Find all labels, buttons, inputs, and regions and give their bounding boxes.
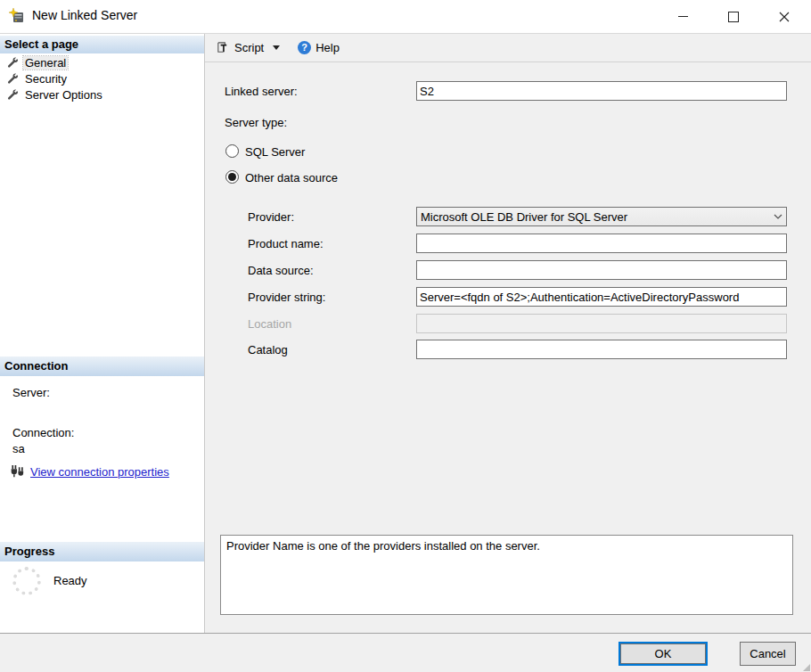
help-icon: ?	[298, 41, 311, 54]
chevron-down-icon	[774, 214, 782, 219]
sidebar-item-general[interactable]: General	[0, 54, 204, 70]
title-bar: New Linked Server	[0, 0, 811, 34]
provider-label: Provider:	[248, 210, 294, 224]
provider-dropdown[interactable]: Microsoft OLE DB Driver for SQL Server	[416, 207, 787, 226]
connection-value: sa	[12, 442, 25, 455]
wrench-icon	[7, 73, 19, 85]
connection-label: Connection:	[12, 426, 74, 439]
server-type-label: Server type:	[225, 116, 287, 129]
main-panel: Script ? Help Linked server: Server type…	[205, 34, 811, 633]
provider-selected-value: Microsoft OLE DB Driver for SQL Server	[421, 210, 627, 224]
connection-properties-icon	[9, 464, 24, 479]
resize-grip[interactable]	[803, 664, 810, 671]
sidebar-item-server-options[interactable]: Server Options	[0, 86, 204, 102]
server-label: Server:	[12, 386, 50, 399]
radio-sql-server[interactable]	[225, 144, 239, 158]
sidebar: Select a page General Security Server Op…	[0, 34, 205, 633]
toolbar: Script ? Help	[205, 34, 811, 62]
close-button[interactable]	[764, 0, 805, 33]
catalog-label: Catalog	[248, 343, 288, 356]
close-icon	[779, 12, 790, 22]
help-label: Help	[315, 41, 340, 54]
product-name-input[interactable]	[416, 234, 787, 253]
window-title: New Linked Server	[32, 8, 137, 22]
cancel-button[interactable]: Cancel	[740, 642, 796, 666]
minimize-icon	[678, 16, 688, 17]
location-label: Location	[248, 317, 291, 331]
maximize-button[interactable]	[713, 0, 754, 33]
script-dropdown-icon[interactable]	[273, 45, 280, 50]
provider-string-label: Provider string:	[248, 291, 325, 304]
progress-spinner-icon	[12, 567, 41, 595]
script-icon	[216, 41, 229, 54]
radio-other-data-source-label: Other data source	[245, 171, 338, 184]
product-name-label: Product name:	[248, 237, 324, 250]
radio-sql-server-label: SQL Server	[245, 145, 305, 159]
wrench-icon	[7, 57, 19, 69]
script-label: Script	[234, 41, 264, 54]
select-a-page-header: Select a page	[0, 36, 204, 53]
maximize-icon	[728, 12, 739, 22]
radio-other-data-source[interactable]	[225, 170, 239, 184]
sidebar-item-label: Server Options	[23, 88, 104, 102]
ok-button[interactable]: OK	[618, 642, 708, 666]
new-linked-server-icon	[9, 8, 25, 24]
catalog-input[interactable]	[416, 340, 787, 359]
linked-server-input[interactable]	[416, 81, 787, 101]
provider-description-box: Provider Name is one of the providers in…	[220, 535, 793, 615]
wrench-icon	[7, 89, 19, 101]
connection-header: Connection	[0, 356, 204, 376]
help-button[interactable]: ? Help	[294, 39, 343, 56]
minimize-button[interactable]	[662, 0, 703, 33]
view-connection-properties-link[interactable]: View connection properties	[30, 465, 169, 479]
sidebar-item-label: Security	[23, 72, 69, 86]
view-connection-properties-row: View connection properties	[9, 464, 169, 479]
linked-server-label: Linked server:	[225, 85, 298, 98]
sidebar-item-security[interactable]: Security	[0, 70, 204, 86]
data-source-input[interactable]	[416, 260, 787, 280]
progress-status: Ready	[53, 574, 87, 587]
new-linked-server-dialog: New Linked Server Select a page General …	[0, 0, 811, 672]
location-input	[416, 314, 787, 333]
data-source-label: Data source:	[248, 264, 314, 277]
provider-string-input[interactable]	[416, 287, 787, 307]
progress-header: Progress	[0, 542, 204, 561]
footer-bar: OK Cancel	[0, 633, 811, 672]
script-button[interactable]: Script	[212, 39, 283, 56]
sidebar-item-label: General	[23, 56, 68, 70]
